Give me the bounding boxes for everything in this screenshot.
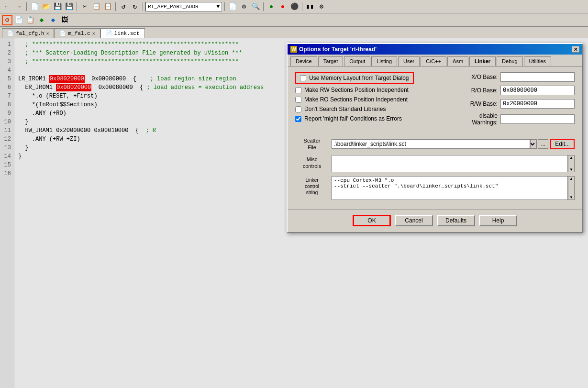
linker-scroll-track: [568, 181, 574, 195]
close-mfal-icon[interactable]: ✕: [92, 31, 95, 36]
dont-search-checkbox[interactable]: [295, 106, 301, 112]
dialog-content: Use Memory Layout from Target Dialog Mak…: [288, 67, 582, 210]
toolbar-top: ← → 📄 📂 💾 💾 ✂ 📋 📋 ↺ ↻ RT_APP_PART_ADDR ▼…: [0, 0, 588, 13]
dialog-tab-listing[interactable]: Listing: [371, 56, 397, 66]
image-button[interactable]: 🖼: [59, 15, 70, 25]
linker-scroll-up[interactable]: ▲: [568, 177, 574, 181]
tab-fal-cfg[interactable]: 📄 fal_cfg.h ✕: [2, 28, 54, 38]
ro-base-label: R/O Base:: [469, 87, 498, 94]
dialog-tab-asm[interactable]: Asm: [447, 56, 468, 66]
dialog-tab-output[interactable]: Output: [344, 56, 370, 66]
toolbar-second: ⚙ 📄 📋 ◆ ◆ 🖼: [0, 13, 588, 27]
tab-link-sct[interactable]: 📄 link.sct: [100, 28, 145, 38]
use-memory-label: Use Memory Layout from Target Dialog: [309, 75, 409, 81]
back-button[interactable]: ←: [2, 1, 12, 12]
dialog-tab-target[interactable]: Target: [318, 56, 344, 66]
dropdown-arrow: ▼: [216, 4, 220, 10]
help-button[interactable]: Help: [479, 215, 517, 226]
close-fal-icon[interactable]: ✕: [46, 31, 49, 36]
misc-controls-textarea[interactable]: [332, 155, 568, 172]
misc-scroll-up[interactable]: ▲: [568, 155, 574, 160]
load-button[interactable]: 📄: [227, 1, 238, 12]
defaults-button[interactable]: Defaults: [437, 215, 475, 226]
sep2: [77, 2, 77, 11]
paste-button[interactable]: 📋: [102, 1, 113, 12]
dialog-tab-utilities[interactable]: Utilities: [524, 56, 551, 66]
gem2-button[interactable]: ◆: [48, 15, 58, 25]
save-button[interactable]: 💾: [52, 1, 63, 12]
dialog-right-col: X/O Base: R/O Base: R/W Base: disab: [469, 72, 575, 130]
sep7: [302, 2, 302, 11]
undo-button[interactable]: ↺: [118, 1, 129, 12]
main-area: 1234 5678 9101112 13141516 ; ***********…: [0, 38, 588, 388]
rw-base-input[interactable]: [500, 99, 575, 109]
dialog-title-left: W Options for Target 'rt-thread': [290, 46, 377, 53]
disable-warnings-label: disable Warnings:: [469, 112, 498, 126]
stop-button[interactable]: ●: [277, 1, 288, 12]
disable-warnings-input[interactable]: [500, 114, 575, 124]
scatter-browse-button[interactable]: ...: [538, 139, 548, 149]
dialog-titlebar: W Options for Target 'rt-thread' ✕: [288, 44, 582, 55]
search-button[interactable]: 🔍: [250, 1, 261, 12]
forward-button[interactable]: →: [13, 1, 24, 12]
build-button[interactable]: ⚫: [289, 1, 300, 12]
open-button[interactable]: 📂: [41, 1, 51, 12]
new-button[interactable]: 📄: [29, 1, 40, 12]
tab-label-link: link.sct: [114, 31, 140, 36]
target-dropdown[interactable]: RT_APP_PART_ADDR ▼: [145, 2, 222, 11]
linker-control-textarea[interactable]: --cpu Cortex-M3 *.o --strict --scatter "…: [332, 176, 568, 200]
sep1: [26, 2, 27, 11]
use-memory-checkbox[interactable]: [300, 75, 306, 81]
scatter-file-row: ScatterFile ... Edit...: [295, 137, 575, 151]
config-button[interactable]: ⚙: [2, 15, 12, 25]
misc-scroll-down[interactable]: ▼: [568, 167, 574, 172]
run-button[interactable]: ●: [266, 1, 277, 12]
debug-button[interactable]: ⚙: [239, 1, 249, 12]
tab-icon-mfal: 📄: [59, 30, 66, 36]
target-name: RT_APP_PART_ADDR: [148, 4, 199, 10]
misc-scroll-track: [568, 160, 574, 167]
misc-controls-row: Misccontrols ▲ ▼: [295, 155, 575, 172]
report-might-checkbox[interactable]: [295, 116, 301, 122]
scatter-dropdown[interactable]: [530, 139, 537, 149]
save-all-button[interactable]: 💾: [64, 1, 74, 12]
editor-tabs-bar: 📄 fal_cfg.h ✕ 📄 m_fal.c ✕ 📄 link.sct: [0, 27, 588, 38]
dont-search-label: Don't Search Standard Libraries: [304, 106, 386, 112]
scatter-edit-button[interactable]: Edit...: [550, 139, 575, 149]
redo-button[interactable]: ↻: [130, 1, 140, 12]
ro-base-row: R/O Base:: [469, 86, 575, 95]
dialog-tab-debug[interactable]: Debug: [497, 56, 522, 66]
ro-base-input[interactable]: [500, 86, 575, 95]
cut-button[interactable]: ✂: [79, 1, 90, 12]
ok-button[interactable]: OK: [353, 215, 391, 226]
make-rw-checkbox[interactable]: [295, 87, 301, 93]
dialog-tab-cpp[interactable]: C/C++: [421, 56, 446, 66]
misc-controls-label: Misccontrols: [295, 155, 329, 170]
dialog-close-button[interactable]: ✕: [572, 46, 579, 53]
cancel-button[interactable]: Cancel: [395, 215, 433, 226]
linker-scroll-down[interactable]: ▼: [568, 195, 574, 200]
linker-control-label: Linkercontrolstring: [295, 176, 329, 196]
misc-scrollbar[interactable]: ▲ ▼: [568, 155, 575, 172]
copy2-button[interactable]: 📄: [13, 15, 24, 25]
xo-base-input[interactable]: [500, 72, 575, 82]
make-ro-checkbox[interactable]: [295, 97, 301, 103]
rw-base-label: R/W Base:: [469, 100, 498, 107]
tab-m-fal[interactable]: 📄 m_fal.c ✕: [54, 28, 100, 38]
dialog-tab-linker[interactable]: Linker: [469, 56, 496, 66]
scatter-file-input[interactable]: [332, 139, 530, 149]
copy-button[interactable]: 📋: [91, 1, 101, 12]
extra-button[interactable]: ⚙: [316, 1, 327, 12]
dialog-two-col: Use Memory Layout from Target Dialog Mak…: [295, 72, 575, 130]
paste2-button[interactable]: 📋: [25, 15, 35, 25]
dialog-tab-user[interactable]: User: [398, 56, 420, 66]
xo-base-label: X/O Base:: [469, 74, 498, 80]
dialog-left-col: Use Memory Layout from Target Dialog Mak…: [295, 72, 462, 130]
gem-button[interactable]: ◆: [36, 15, 47, 25]
options-button[interactable]: ▮▮: [305, 1, 315, 12]
linker-scrollbar[interactable]: ▲ ▼: [568, 176, 575, 200]
dialog-icon: W: [290, 46, 297, 53]
dialog-title-text: Options for Target 'rt-thread': [299, 46, 377, 53]
report-might-label: Report 'might fail' Conditions as Errors: [304, 115, 402, 122]
dialog-tab-device[interactable]: Device: [290, 56, 317, 66]
